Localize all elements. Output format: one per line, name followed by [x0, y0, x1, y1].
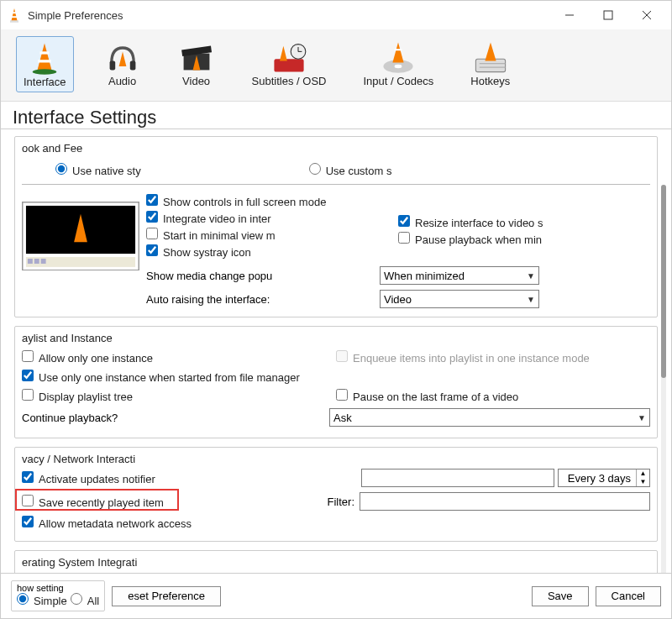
svg-rect-26 — [395, 49, 402, 50]
reset-preferences-button[interactable]: eset Preference — [112, 586, 221, 606]
tutorial-highlight-box — [15, 489, 179, 511]
radio-settings-simple[interactable]: Simple — [17, 593, 67, 607]
tab-interface[interactable]: Interface — [16, 36, 74, 92]
tab-subtitles-label: Subtitles / OSD — [252, 75, 327, 87]
svg-rect-18 — [274, 59, 303, 71]
chevron-down-icon: ▼ — [527, 295, 535, 304]
svg-point-9 — [33, 69, 57, 75]
radio-settings-all[interactable]: All — [71, 593, 99, 607]
check-display-playlist-tree[interactable]: Display playlist tree — [22, 389, 133, 403]
svg-rect-13 — [129, 60, 135, 70]
svg-marker-0 — [11, 8, 18, 22]
check-activate-updates[interactable]: Activate updates notifier — [22, 471, 155, 485]
svg-marker-22 — [280, 46, 287, 61]
audio-headphones-icon — [104, 41, 141, 73]
check-one-instance-file-manager[interactable]: Use only one instance when started from … — [22, 370, 300, 384]
tab-interface-label: Interface — [24, 76, 66, 88]
label-show-settings: how setting — [17, 583, 99, 593]
tab-hotkeys[interactable]: Hotkeys — [464, 36, 517, 92]
svg-rect-36 — [34, 259, 39, 264]
svg-rect-1 — [10, 20, 18, 23]
label-auto-raising: Auto raising the interface: — [146, 293, 380, 306]
close-button[interactable] — [627, 3, 666, 28]
chevron-down-icon: ▼ — [638, 413, 646, 422]
group-look-and-feel: ook and Fee Use native sty Use custom s — [14, 136, 658, 317]
subtitles-clock-icon — [270, 41, 307, 73]
minimize-button[interactable] — [550, 3, 589, 28]
svg-rect-11 — [39, 60, 51, 62]
check-start-minimal[interactable]: Start in minimal view m — [146, 228, 276, 242]
check-one-instance[interactable]: Allow only one instance — [22, 350, 153, 365]
select-media-change-popup[interactable]: When minimized▼ — [380, 266, 539, 285]
check-pause-minimized[interactable]: Pause playback when min — [398, 232, 542, 246]
vlc-cone-icon — [6, 7, 23, 24]
svg-rect-37 — [41, 259, 46, 264]
group-privacy-title: vacy / Network Interacti — [22, 453, 650, 465]
tab-video-label: Video — [182, 75, 210, 87]
preferences-window: Simple Preferences Interface Audio Video… — [0, 0, 672, 619]
group-os-integration: erating System Integrati — [14, 550, 658, 573]
check-metadata-network[interactable]: Allow metadata network access — [22, 516, 192, 530]
input-recent-filter[interactable] — [360, 492, 650, 511]
label-filter: Filter: — [328, 496, 355, 508]
settings-scroll-area: ook and Fee Use native sty Use custom s — [1, 129, 671, 573]
group-playlist-title: aylist and Instance — [22, 332, 650, 344]
svg-rect-27 — [475, 59, 505, 71]
label-media-change-popup: Show media change popu — [146, 270, 380, 282]
svg-marker-25 — [393, 42, 404, 62]
category-tabbar: Interface Audio Video Subtitles / OSD In… — [1, 29, 671, 102]
interface-cone-icon — [26, 42, 63, 74]
group-look-title: ook and Fee — [22, 142, 650, 155]
svg-rect-12 — [109, 60, 115, 70]
check-show-fullscreen-controls[interactable]: Show controls in full screen mode — [146, 194, 326, 208]
tab-video[interactable]: Video — [171, 36, 222, 92]
svg-marker-14 — [118, 51, 126, 66]
label-continue-playback: Continue playback? — [22, 412, 329, 424]
group-playlist-instances: aylist and Instance Allow only one insta… — [14, 326, 658, 438]
radio-custom-skin[interactable]: Use custom s — [309, 163, 392, 177]
tab-input-codecs-label: Input / Codecs — [363, 75, 433, 87]
cancel-button[interactable]: Cancel — [596, 586, 661, 606]
updates-blank-field[interactable] — [361, 469, 554, 487]
interface-preview-thumbnail — [22, 202, 139, 270]
svg-marker-30 — [485, 42, 496, 60]
video-clapper-icon — [178, 41, 215, 73]
spin-update-interval[interactable]: Every 3 days ▲▼ — [558, 469, 650, 487]
check-resize-to-video[interactable]: Resize interface to video s — [398, 215, 543, 229]
dialog-button-bar: how setting Simple All eset Preference S… — [1, 573, 671, 618]
svg-marker-8 — [37, 43, 52, 71]
scrollbar-thumb[interactable] — [661, 185, 666, 378]
select-continue-playback[interactable]: Ask▼ — [329, 408, 650, 427]
check-pause-last-frame[interactable]: Pause on the last frame of a video — [336, 389, 518, 403]
svg-rect-10 — [40, 51, 50, 54]
check-systray-icon[interactable]: Show systray icon — [146, 244, 251, 259]
svg-point-24 — [395, 65, 402, 68]
codecs-disc-icon — [380, 41, 417, 73]
svg-rect-5 — [604, 11, 612, 19]
tab-hotkeys-label: Hotkeys — [470, 75, 510, 87]
group-privacy-network: vacy / Network Interacti Activate update… — [14, 447, 658, 542]
tab-audio[interactable]: Audio — [97, 36, 148, 92]
group-os-title: erating System Integrati — [22, 556, 650, 569]
check-integrate-video[interactable]: Integrate video in inter — [146, 211, 271, 225]
window-title: Simple Preferences — [28, 9, 550, 22]
tab-subtitles[interactable]: Subtitles / OSD — [245, 36, 333, 92]
save-button[interactable]: Save — [532, 586, 589, 606]
maximize-button[interactable] — [589, 3, 627, 28]
vertical-scrollbar[interactable] — [661, 185, 666, 573]
svg-rect-2 — [13, 12, 17, 13]
spin-up-icon[interactable]: ▲ — [637, 469, 649, 478]
radio-native-style[interactable]: Use native sty — [55, 163, 141, 177]
spin-down-icon[interactable]: ▼ — [637, 478, 649, 486]
tab-audio-label: Audio — [108, 75, 136, 87]
titlebar: Simple Preferences — [1, 1, 671, 29]
page-heading: Interface Settings — [1, 102, 671, 129]
svg-rect-3 — [12, 16, 17, 18]
check-enqueue-items: Enqueue items into playlist in one insta… — [336, 350, 590, 365]
svg-rect-35 — [28, 259, 33, 264]
chevron-down-icon: ▼ — [527, 271, 535, 281]
hotkeys-keyboard-icon — [472, 41, 509, 73]
tab-input-codecs[interactable]: Input / Codecs — [356, 36, 440, 92]
select-auto-raising[interactable]: Video▼ — [380, 290, 539, 308]
